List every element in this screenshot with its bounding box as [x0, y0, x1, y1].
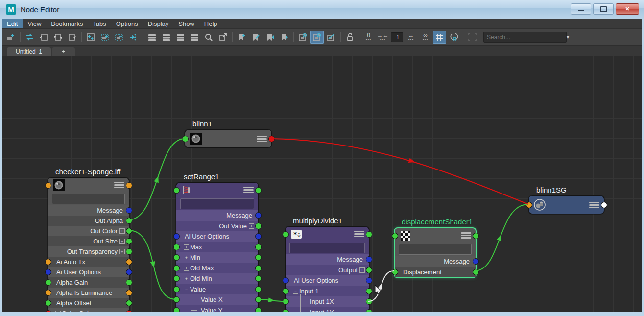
- frame-graph-icon[interactable]: [84, 31, 97, 44]
- add-tab-button[interactable]: +: [52, 47, 75, 56]
- plug-dot-green[interactable]: [366, 267, 372, 273]
- hide-connections-icon[interactable]: [325, 31, 338, 44]
- plug-dot-green[interactable]: [126, 218, 132, 224]
- minimize-button[interactable]: [571, 3, 591, 15]
- bookmark-edit-icon[interactable]: [249, 31, 262, 44]
- menu-display[interactable]: Display: [143, 19, 174, 28]
- node-multiplyDivide1[interactable]: *÷MessageOutput+Ai User Options−Input 1I…: [285, 226, 369, 312]
- attr-row-alpha-gain[interactable]: Alpha Gain: [48, 277, 129, 288]
- create-node-button[interactable]: [4, 31, 18, 44]
- node-rename-field[interactable]: [52, 194, 125, 204]
- plug-dot-red[interactable]: [126, 310, 132, 312]
- plug-dot-orange[interactable]: [126, 290, 132, 296]
- plug-dot-blue[interactable]: [255, 233, 262, 240]
- node-menu-icon[interactable]: [589, 202, 599, 209]
- plug-dot-blue[interactable]: [283, 277, 289, 284]
- attr-row-value[interactable]: −Value: [176, 284, 258, 295]
- plug-dot-green[interactable]: [126, 279, 132, 286]
- plug-dot-blue[interactable]: [126, 269, 132, 275]
- wire-multiply-input1x-to-displacement[interactable]: [368, 271, 394, 301]
- plug-dot-green[interactable]: [392, 233, 398, 239]
- plug-dot-blue[interactable]: [126, 207, 132, 214]
- attr-row-ai-user-options[interactable]: Ai User Options: [286, 275, 369, 286]
- plug-dot-green[interactable]: [173, 296, 180, 303]
- plug-dot-orange[interactable]: [45, 259, 51, 265]
- expand-icon[interactable]: +: [184, 244, 189, 250]
- display-simple-icon[interactable]: [145, 31, 159, 44]
- node-graph-canvas[interactable]: blinn1checker1-Sponge.iffMessageOut Alph…: [2, 56, 642, 312]
- bookmark-prev-icon[interactable]: [263, 31, 277, 44]
- search-input[interactable]: [484, 34, 566, 41]
- display-all-icon[interactable]: [174, 31, 187, 44]
- attr-row-color-gain[interactable]: +Color Gain: [48, 308, 129, 312]
- attr-row-value-x[interactable]: Value X: [176, 294, 258, 305]
- traversal-out-icon[interactable]: ↔•••: [405, 31, 418, 44]
- plug-dot-green[interactable]: [45, 279, 51, 286]
- attr-row-old-max[interactable]: +Old Max: [176, 263, 258, 274]
- search-combo[interactable]: ▼: [483, 32, 567, 43]
- collapse-icon[interactable]: −: [184, 287, 189, 292]
- menu-view[interactable]: View: [23, 19, 46, 28]
- traversal-zero-icon[interactable]: 0•••: [362, 31, 375, 44]
- plug-dot-green[interactable]: [392, 269, 398, 275]
- menu-show[interactable]: Show: [173, 19, 199, 28]
- input-connections-icon[interactable]: [37, 31, 50, 44]
- node-menu-icon[interactable]: [354, 231, 364, 238]
- attr-row-displacement[interactable]: Displacement: [395, 267, 476, 277]
- search-dropdown-arrow[interactable]: ▼: [566, 35, 570, 40]
- attr-row-output[interactable]: Output+: [286, 265, 369, 276]
- plug-dot-green[interactable]: [126, 228, 132, 234]
- attr-row-max[interactable]: +Max: [176, 242, 258, 253]
- snap-to-grid-icon[interactable]: [447, 31, 460, 44]
- sync-selection-icon[interactable]: [23, 31, 36, 44]
- expand-icon[interactable]: +: [55, 311, 61, 312]
- expand-icon[interactable]: +: [119, 239, 125, 244]
- display-connected-icon[interactable]: [160, 31, 173, 44]
- plug-dot-green[interactable]: [173, 307, 180, 312]
- attr-row-input-1[interactable]: −Input 1: [286, 286, 369, 297]
- plug-dot-blue[interactable]: [366, 277, 372, 284]
- plug-dot-green[interactable]: [173, 265, 180, 271]
- plug-dot-blue[interactable]: [255, 212, 262, 219]
- attr-row-out-size[interactable]: Out Size+: [48, 236, 129, 246]
- plug-dot-green[interactable]: [255, 286, 262, 292]
- plug-dot-orange[interactable]: [126, 182, 132, 189]
- wire-displacement-to-blinn1sg[interactable]: [475, 204, 528, 271]
- plug-dot-green[interactable]: [366, 309, 372, 312]
- traversal-depth-value[interactable]: -1: [390, 31, 404, 44]
- node-blinn1[interactable]: [185, 129, 272, 148]
- attr-row-message[interactable]: Message: [395, 256, 476, 267]
- window-titlebar[interactable]: M Node Editor ✕: [0, 0, 644, 19]
- plug-dot-blue[interactable]: [473, 258, 479, 265]
- output-connections-icon[interactable]: [66, 31, 79, 44]
- add-selected-nodes-icon[interactable]: [98, 31, 112, 44]
- plug-dot-green[interactable]: [255, 223, 262, 229]
- attr-row-out-value[interactable]: Out Value+: [176, 221, 258, 232]
- attr-row-message[interactable]: Message: [176, 210, 258, 221]
- menu-options[interactable]: Options: [111, 19, 143, 28]
- attr-row-input-1y[interactable]: Input 1Y: [286, 307, 369, 313]
- attr-row-input-1x[interactable]: Input 1X: [286, 296, 369, 307]
- attr-row-value-y[interactable]: Value Y: [176, 305, 258, 313]
- traversal-in-icon[interactable]: →←•••: [376, 31, 389, 44]
- traversal-unlimited-icon[interactable]: ∞•••: [419, 31, 432, 44]
- node-blinn1SG[interactable]: [528, 195, 604, 214]
- attr-row-old-min[interactable]: +Old Min: [176, 273, 258, 284]
- expand-icon[interactable]: +: [184, 276, 189, 281]
- bookmark-next-icon[interactable]: [278, 31, 291, 44]
- plug-dot-green[interactable]: [126, 300, 132, 306]
- plug-dot-green[interactable]: [255, 254, 262, 261]
- expand-icon[interactable]: +: [359, 267, 365, 273]
- node-menu-icon[interactable]: [257, 136, 267, 143]
- plug-dot-green[interactable]: [255, 244, 262, 250]
- plug-dot-orange[interactable]: [526, 202, 532, 208]
- plug-dot-orange[interactable]: [126, 259, 132, 265]
- plug-dot-green[interactable]: [366, 288, 372, 294]
- close-button[interactable]: ✕: [616, 3, 639, 15]
- node-setRange1[interactable]: MessageOut Value+Ai User Options+Max+Min…: [176, 182, 259, 312]
- plug-dot-green[interactable]: [173, 244, 180, 250]
- attr-row-out-transparency[interactable]: Out Transparency+: [48, 246, 129, 257]
- attr-row-message[interactable]: Message: [48, 205, 129, 216]
- remove-selected-nodes-icon[interactable]: [113, 31, 126, 44]
- menu-help[interactable]: Help: [199, 19, 222, 28]
